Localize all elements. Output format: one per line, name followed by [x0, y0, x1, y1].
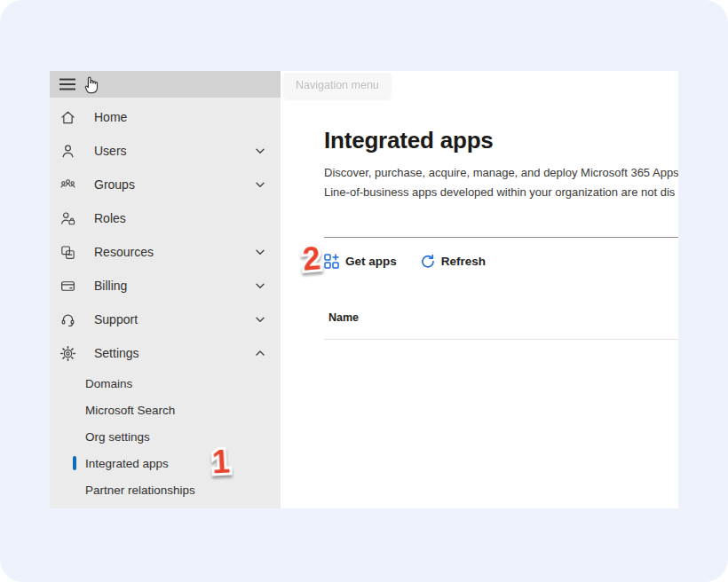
home-icon: [59, 108, 76, 126]
sidebar-subitem-label: Microsoft Search: [85, 404, 175, 417]
page-description: Discover, purchase, acquire, manage, and…: [324, 163, 678, 202]
get-apps-button[interactable]: Get apps: [324, 254, 397, 269]
sidebar-item-integrated-apps[interactable]: Integrated apps: [50, 450, 281, 476]
step-2-number: 2: [301, 240, 322, 278]
step-1-number: 1: [211, 444, 231, 481]
sidebar-item-settings[interactable]: Settings: [50, 336, 281, 370]
table-header-divider: [324, 339, 678, 340]
sidebar-item-label: Support: [94, 312, 255, 326]
sidebar-item-partner-relationships[interactable]: Partner relationships: [50, 476, 281, 503]
resources-icon: [59, 243, 76, 261]
chevron-up-icon: [255, 348, 265, 358]
sidebar-item-label: Settings: [94, 346, 255, 360]
sidebar-item-microsoft-search[interactable]: Microsoft Search: [50, 397, 281, 423]
sidebar-subitem-label: Org settings: [85, 430, 150, 444]
description-line-1: Discover, purchase, acquire, manage, and…: [324, 163, 678, 183]
chevron-down-icon: [255, 314, 265, 325]
navigation-menu-tooltip: Navigation menu: [284, 73, 391, 98]
page-title: Integrated apps: [324, 127, 494, 154]
refresh-label: Refresh: [441, 255, 486, 268]
sidebar-item-label: Roles: [94, 211, 270, 225]
screenshot-canvas: Home Users: [0, 0, 728, 582]
sidebar-item-label: Home: [94, 110, 270, 124]
chevron-down-icon: [255, 247, 265, 257]
chevron-down-icon: [255, 280, 265, 291]
hand-cursor-icon: [83, 75, 101, 94]
refresh-icon: [420, 254, 435, 269]
roles-icon: [59, 209, 76, 227]
step-1-annotation-badge: 1: [202, 443, 240, 484]
sidebar-item-resources[interactable]: Resources: [50, 235, 281, 269]
sidebar-item-label: Billing: [94, 279, 255, 293]
step-2-annotation-badge: 2: [292, 239, 331, 280]
chevron-down-icon: [255, 179, 265, 190]
content-panel: Integrated apps Discover, purchase, acqu…: [281, 71, 678, 508]
sidebar-item-groups[interactable]: Groups: [50, 168, 281, 201]
get-apps-label: Get apps: [345, 255, 397, 268]
sidebar-item-label: Groups: [94, 177, 255, 192]
groups-icon: [59, 176, 76, 193]
sidebar-subitem-label: Domains: [85, 377, 132, 390]
chevron-down-icon: [255, 146, 265, 156]
sidebar-subitem-label: Partner relationships: [85, 484, 195, 497]
sidebar-nav: Home Users: [50, 100, 281, 503]
tooltip-text: Navigation menu: [296, 79, 379, 91]
description-line-2: Line-of-business apps developed within y…: [324, 183, 678, 202]
sidebar-subitem-label: Integrated apps: [85, 457, 169, 470]
users-icon: [59, 142, 76, 160]
refresh-button[interactable]: Refresh: [420, 254, 486, 269]
sidebar-item-org-settings[interactable]: Org settings: [50, 423, 281, 450]
hamburger-menu-button[interactable]: [59, 75, 76, 93]
selected-indicator: [73, 456, 76, 470]
command-toolbar: Get apps Refresh: [324, 246, 486, 276]
billing-icon: [59, 277, 76, 295]
sidebar-item-users[interactable]: Users: [50, 134, 281, 168]
sidebar-item-home[interactable]: Home: [50, 100, 281, 134]
toolbar-top-divider: [324, 237, 678, 238]
column-header-name[interactable]: Name: [328, 311, 359, 324]
settings-icon: [59, 344, 76, 362]
sidebar-item-support[interactable]: Support: [50, 303, 281, 336]
sidebar-item-billing[interactable]: Billing: [50, 269, 281, 303]
sidebar-item-domains[interactable]: Domains: [50, 370, 281, 397]
sidebar-item-roles[interactable]: Roles: [50, 201, 281, 235]
support-icon: [59, 311, 76, 328]
navigation-sidebar: Home Users: [50, 71, 281, 508]
sidebar-header: [50, 71, 281, 98]
admin-center-page: Home Users: [0, 0, 728, 582]
sidebar-item-label: Resources: [94, 245, 255, 259]
sidebar-item-label: Users: [94, 144, 255, 158]
